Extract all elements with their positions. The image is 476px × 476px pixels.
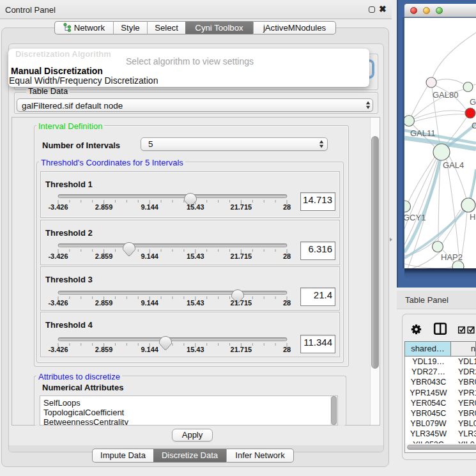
svg-text:GA: GA	[470, 97, 476, 107]
svg-text:GAL4: GAL4	[443, 160, 464, 170]
svg-text:H: H	[470, 212, 475, 222]
svg-text:GAL11: GAL11	[410, 128, 436, 138]
svg-text:HAP2: HAP2	[441, 252, 463, 262]
svg-text:GCY1: GCY1	[404, 213, 426, 222]
svg-text:C: C	[472, 121, 476, 130]
svg-text:GAL80: GAL80	[433, 90, 458, 100]
